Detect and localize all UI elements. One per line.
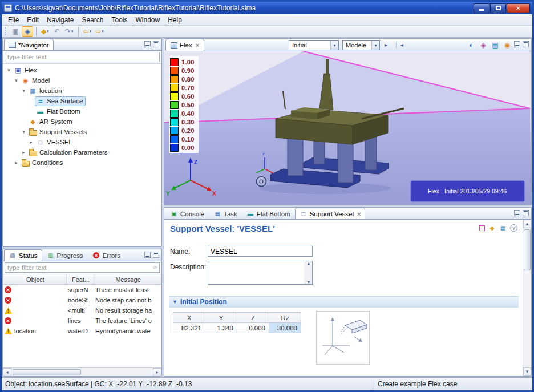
expander-icon[interactable]: ▾	[20, 88, 27, 94]
toolbar-overflow-icon[interactable]: ▸	[385, 42, 387, 48]
menu-file[interactable]: File	[4, 15, 23, 25]
chevron-down-icon[interactable]: ▼	[371, 41, 379, 50]
undo-icon[interactable]: ↶	[51, 26, 63, 37]
close-window-button[interactable]: ✕	[507, 3, 530, 13]
tab-progress[interactable]: Progress	[42, 249, 88, 261]
tab-navigator[interactable]: *Navigator	[4, 39, 54, 50]
menu-edit[interactable]: Edit	[23, 15, 43, 25]
tab-flat-bottom[interactable]: Flat Bottom	[242, 208, 295, 219]
3d-viewport[interactable]: Z X Y z	[164, 51, 531, 205]
bookmark-icon[interactable]: ◆	[488, 224, 496, 232]
pin-editor-icon[interactable]	[479, 225, 485, 231]
expander-icon[interactable]: ▾	[20, 129, 27, 135]
position-value-cell[interactable]: 0.000	[237, 322, 269, 333]
tree-item-model[interactable]: ▾Model	[3, 75, 161, 86]
description-field[interactable]	[208, 261, 312, 284]
description-scrollbar[interactable]: ▲▼	[305, 261, 312, 284]
titlebar[interactable]: C:\Users\sigvat\Documents\Jobb\RiflexTut…	[2, 2, 532, 14]
grid-icon[interactable]: ▦	[491, 41, 500, 50]
compass-icon[interactable]	[257, 177, 266, 187]
status-filter-input[interactable]	[5, 262, 160, 273]
tab-task[interactable]: Task	[209, 208, 242, 219]
3d-scene[interactable]: Z X Y z	[164, 51, 531, 205]
dropdown-arrow-icon[interactable]: ▾	[90, 29, 92, 34]
dropdown-arrow-icon[interactable]: ▾	[102, 29, 104, 34]
tab-support-vessel[interactable]: Support Vessel×	[295, 208, 366, 219]
tree-item-ar-system[interactable]: AR System	[3, 116, 161, 127]
minimize-panel-icon[interactable]	[144, 41, 151, 47]
back-icon[interactable]: ⇦▾	[82, 26, 94, 37]
maximize-panel-icon[interactable]	[523, 210, 529, 216]
tree-item-location[interactable]: ▾location	[3, 86, 161, 96]
shading-icon[interactable]: ◐	[467, 41, 476, 50]
expander-icon[interactable]: ▾	[5, 67, 13, 73]
redo-icon[interactable]: ↷▾	[63, 26, 75, 37]
minimize-window-button[interactable]	[474, 3, 490, 13]
scroll-up-icon[interactable]: ▲	[307, 261, 311, 265]
tree-item-flat-bottom[interactable]: Flat Bottom	[3, 106, 161, 116]
menu-help[interactable]: Help	[164, 15, 186, 25]
navigator-filter-input[interactable]	[5, 52, 160, 62]
position-column-z[interactable]: Z	[237, 312, 269, 323]
maximize-panel-icon[interactable]	[153, 41, 159, 47]
position-column-x[interactable]: X	[173, 312, 205, 323]
paint-icon[interactable]: ◈	[479, 41, 488, 50]
position-value-cell[interactable]: 1.340	[205, 322, 237, 333]
scrollbar-thumb[interactable]	[13, 369, 81, 375]
tree-item-sea-surface[interactable]: Sea Surface	[3, 96, 161, 106]
clear-filter-icon[interactable]: ⊘	[152, 265, 157, 270]
dropdown-arrow-icon[interactable]: ▾	[71, 29, 74, 34]
problem-row[interactable]: !locationwaterDHydrodynamic wate	[3, 326, 161, 336]
position-column-rz[interactable]: Rz	[269, 312, 301, 323]
problem-row[interactable]: ×nodeStNode step can not b	[3, 295, 161, 305]
problem-row[interactable]: ×superNThere must at least	[3, 285, 161, 295]
help-icon[interactable]: ?	[510, 224, 517, 232]
close-tab-icon[interactable]: ×	[357, 211, 361, 217]
close-tab-icon[interactable]: ×	[196, 42, 199, 49]
tree-item-support-vessels[interactable]: ▾Support Vessels	[3, 127, 161, 137]
menu-search[interactable]: Search	[78, 15, 107, 25]
scroll-left-icon[interactable]: ◂	[3, 368, 11, 377]
expander-icon[interactable]: ▸	[13, 160, 20, 165]
name-field[interactable]	[208, 246, 313, 257]
tree-item-conditions[interactable]: ▸Conditions	[3, 157, 161, 168]
chevron-down-icon[interactable]: ▼	[330, 41, 338, 50]
maximize-window-button[interactable]	[490, 3, 506, 13]
position-value-cell[interactable]: 30.000	[269, 322, 301, 333]
tab-errors[interactable]: Errors	[88, 249, 125, 261]
toolbar-grip[interactable]	[5, 27, 7, 35]
forward-icon[interactable]: ⇨▾	[94, 26, 106, 37]
scroll-down-icon[interactable]: ▼	[307, 280, 311, 284]
expander-icon[interactable]: ▸	[20, 149, 27, 155]
camera-icon[interactable]: ◉	[503, 41, 512, 50]
tree-item-flex[interactable]: ▾Flex	[3, 65, 161, 75]
view-mode-combo[interactable]: Modele ▼	[342, 40, 380, 50]
section-collapse-icon[interactable]: ▼	[172, 299, 177, 305]
tree-item-vessel[interactable]: ▸VESSEL	[3, 137, 161, 147]
scroll-left-icon[interactable]: ◂	[400, 42, 403, 48]
position-value-cell[interactable]: 82.321	[173, 322, 205, 333]
dropdown-arrow-icon[interactable]: ▾	[47, 29, 49, 34]
maximize-panel-icon[interactable]	[153, 252, 159, 258]
tab-flex-view[interactable]: Flex ×	[165, 39, 204, 51]
properties-scrollbar[interactable]: ▲ ▼	[523, 220, 531, 376]
column-header-feat[interactable]: Feat...	[67, 274, 94, 284]
problem-row[interactable]: !<multiNo result storage ha	[3, 305, 161, 316]
confirm-icon[interactable]: ◆▾	[39, 26, 51, 37]
column-header-obj[interactable]: Object	[3, 274, 67, 284]
scroll-down-icon[interactable]: ▼	[523, 367, 531, 376]
expander-icon[interactable]: ▾	[13, 78, 20, 83]
menu-window[interactable]: Window	[132, 15, 164, 25]
menu-navigate[interactable]: Navigate	[43, 15, 78, 25]
state-combo[interactable]: Initial ▼	[289, 40, 339, 50]
save-icon[interactable]: ▣	[10, 26, 21, 37]
position-column-y[interactable]: Y	[205, 312, 237, 323]
expander-icon[interactable]: ▸	[27, 139, 35, 145]
minimize-panel-icon[interactable]	[514, 41, 520, 47]
scroll-up-icon[interactable]: ▲	[523, 220, 531, 228]
scrollbar-thumb[interactable]	[524, 229, 531, 270]
problems-hscrollbar[interactable]: ◂ ▸	[3, 367, 161, 376]
column-header-msg[interactable]: Message	[94, 274, 161, 284]
minimize-panel-icon[interactable]	[144, 252, 151, 258]
tree-item-calculation-parameters[interactable]: ▸Calculation Parameters	[3, 147, 161, 157]
